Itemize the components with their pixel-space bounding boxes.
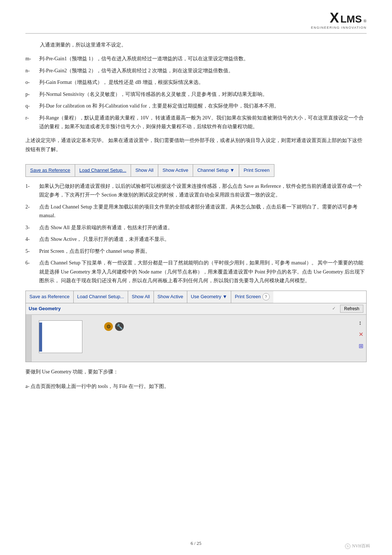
num-item-text: 如果认为已做好的通道设置很好，以后的试验都可以根据这个设置来连接传感器，那么点击…	[39, 182, 367, 200]
toolbar1-btn[interactable]: Channel Setup ▼	[193, 165, 240, 177]
num-item-label: 6-	[25, 259, 39, 285]
watermark-text: NVH百科	[352, 543, 370, 549]
list-item: q-列-Due for calibration on 和 列-Calibrati…	[25, 102, 367, 111]
toolbar1-btn[interactable]: Show Active	[158, 165, 193, 177]
num-item-label: 4-	[25, 235, 39, 244]
list-item-text: 列-Range（量程），默认是通道的最大量程，10V， 转速通道最高一般为 20…	[39, 114, 367, 131]
page-footer: 6 / 25	[0, 540, 392, 546]
main-content: 入通道测量的，所以这里通常不设定。 m-列-Pre-Gain1（预增益 1），信…	[25, 40, 367, 391]
logo-lms-text: LMS	[340, 13, 362, 25]
help-icon[interactable]: ?	[262, 293, 270, 300]
list-item-label: n-	[25, 66, 39, 76]
list-item: n-列-Pre-Gain2（预增益 2），信号进入系统前经过 2 次增益，则在这…	[25, 66, 367, 76]
toolbar2-btn[interactable]: Show All	[128, 291, 154, 303]
list-item-label: o-	[25, 78, 39, 87]
list-m-r: m-列-Pre-Gain1（预增益 1），信号在进入系统前经过一道增益的话，可以…	[25, 54, 367, 131]
logo: X LMS® ENGINEERING INNOVATION	[311, 11, 367, 29]
canvas-right-tools: ↕ ✕ ⊞	[359, 318, 363, 351]
num-item-label: 3-	[25, 223, 39, 232]
num-list-item: 5-Print Screen，点击后打印整个 channel setup 界面。	[25, 247, 367, 256]
list-item-label: p-	[25, 90, 39, 99]
num-item-text: 点击 Show Active， 只显示打开的通道，未开通道不显示。	[39, 235, 367, 244]
use-geometry-label: Use Geometry	[29, 305, 61, 313]
canvas-white-box	[39, 320, 82, 353]
toolbar1-btn[interactable]: Print Screen	[239, 165, 274, 177]
num-item-label: 5-	[25, 247, 39, 256]
tool-icon-3[interactable]: ⊞	[359, 341, 363, 351]
num-list-item: 3-点击 Show All 是显示前端的所有通道，包括未打开的通道。	[25, 223, 367, 232]
num-item-label: 2-	[25, 203, 39, 220]
svg-text:N: N	[347, 545, 349, 548]
num-list-item: 1-如果认为已做好的通道设置很好，以后的试验都可以根据这个设置来连接传感器，那么…	[25, 182, 367, 200]
para-end1: 要做到 Use Geometry 功能，要如下步骤：	[25, 367, 367, 376]
toolbar2-top-row: Save as ReferenceLoad Channel Setup...Sh…	[26, 291, 366, 303]
canvas-main: ⚙ 🔧 ↕ ✕ ⊞	[32, 315, 366, 362]
paragraph1: 上述设定完毕，通道设定基本完毕。 如果在通道设置中，我们需要借助一些外部手段，或…	[25, 136, 367, 154]
canvas-icon-2: 🔧	[115, 322, 124, 331]
list-item-text: 列-Pre-Gain2（预增益 2），信号进入系统前经过 2 次增益，则在这里设…	[39, 66, 367, 76]
tool-icon-2[interactable]: ✕	[359, 329, 363, 340]
toolbar2-btn[interactable]: Print Screen?	[231, 291, 273, 303]
logo-x-icon: X	[330, 11, 339, 25]
logo-subtitle: ENGINEERING INNOVATION	[311, 26, 367, 29]
list-item: r-列-Range（量程），默认是通道的最大量程，10V， 转速通道最高一般为 …	[25, 114, 367, 131]
num-list-item: 6-点击 Channel Setup 下拉菜单，有一些设置，大部分都是一目了然就…	[25, 259, 367, 285]
list-item-text: 列-Pre-Gain1（预增益 1），信号在进入系统前经过一道增益的话，可以在这…	[39, 54, 367, 64]
page-container: X LMS® ENGINEERING INNOVATION 入通道测量的，所以这…	[0, 0, 392, 555]
footer-watermark: N NVH百科	[345, 543, 370, 549]
page-number: 6 / 25	[191, 540, 201, 546]
num-list-item: 4-点击 Show Active， 只显示打开的通道，未开通道不显示。	[25, 235, 367, 244]
toolbar2-canvas: ⚙ 🔧 ↕ ✕ ⊞	[26, 315, 366, 362]
para-end2: a- 点击页面控制最上面一行中的 tools，与 File 在一行。如下图。	[25, 382, 367, 391]
canvas-icon-area: ⚙ 🔧	[104, 322, 124, 331]
num-item-text: 点击 Load Channel Setup 主要是用来加载以前的项目文件里的全部…	[39, 203, 367, 220]
toolbar2-btn[interactable]: Save as Reference	[26, 291, 74, 303]
canvas-icon-1: ⚙	[104, 322, 113, 331]
num-item-label: 1-	[25, 182, 39, 200]
list-item-text: 列-Due for calibration on 和 列-Calibration…	[39, 102, 367, 111]
tool-icon-1[interactable]: ↕	[359, 318, 363, 328]
watermark-icon: N	[345, 543, 351, 549]
list-item: o-列-Gain Format（增益格式）， 是线性还是 dB 增益，根据实际情…	[25, 78, 367, 87]
toolbar2-row2: Use Geometry ✓ Refresh	[26, 303, 366, 315]
logo-registered: ®	[363, 19, 367, 24]
list-item-text: 列-Gain Format（增益格式）， 是线性还是 dB 增益，根据实际情况来…	[39, 78, 367, 87]
list-item: m-列-Pre-Gain1（预增益 1），信号在进入系统前经过一道增益的话，可以…	[25, 54, 367, 64]
list-item-text: 列-Normal Sensitivity（名义灵敏度），可填写传感器的名义灵敏度…	[39, 90, 367, 99]
num-list-item: 2-点击 Load Channel Setup 主要是用来加载以前的项目文件里的…	[25, 203, 367, 220]
page-header: X LMS® ENGINEERING INNOVATION	[25, 11, 367, 34]
list-item-label: q-	[25, 102, 39, 111]
toolbar1-btn[interactable]: Save as Reference	[26, 165, 75, 177]
toolbar1-btn[interactable]: Load Channel Setup...	[75, 165, 131, 177]
intro-text: 入通道测量的，所以这里通常不设定。	[25, 40, 367, 49]
num-item-text: 点击 Channel Setup 下拉菜单，有一些设置，大部分都是一目了然就能明…	[39, 259, 367, 285]
num-list-1-6: 1-如果认为已做好的通道设置很好，以后的试验都可以根据这个设置来连接传感器，那么…	[25, 182, 367, 285]
toolbar1-btn[interactable]: Show All	[131, 165, 158, 177]
num-item-text: 点击 Show All 是显示前端的所有通道，包括未打开的通道。	[39, 223, 367, 232]
toolbar2-btn[interactable]: Show Active	[154, 291, 187, 303]
canvas-left-bar	[26, 315, 32, 362]
toolbar2-btn[interactable]: Use Geometry ▼	[187, 291, 231, 303]
refresh-button[interactable]: Refresh	[340, 305, 363, 313]
list-item: p-列-Normal Sensitivity（名义灵敏度），可填写传感器的名义灵…	[25, 90, 367, 99]
toolbar1-screenshot: Save as ReferenceLoad Channel Setup...Sh…	[25, 164, 274, 177]
toolbar2-btn[interactable]: Load Channel Setup...	[74, 291, 128, 303]
list-item-label: r-	[25, 114, 39, 131]
num-item-text: Print Screen，点击后打印整个 channel setup 界面。	[39, 247, 367, 256]
list-item-label: m-	[25, 54, 39, 64]
toolbar2-screenshot: Save as ReferenceLoad Channel Setup...Sh…	[25, 291, 367, 362]
